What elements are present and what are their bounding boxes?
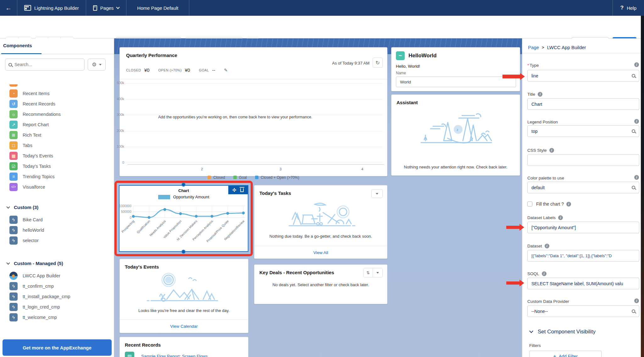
lightning-app-builder: ← Lightning App Builder Pages Home Page …	[0, 0, 644, 357]
fill-chart-checkbox[interactable]	[527, 201, 532, 207]
card-menu-button[interactable]	[371, 189, 383, 198]
todays-events-card[interactable]: Today's Events Looks like you're free an…	[119, 259, 248, 333]
resize-handle-top[interactable]	[181, 183, 186, 187]
legend-position-field[interactable]: top	[527, 125, 639, 137]
annotation-arrow-type	[502, 75, 520, 78]
events-illustration	[145, 272, 223, 304]
y-tick-label: 400k	[113, 97, 124, 101]
sidebar-item-tt-welcome-cmp[interactable]: ϟtt_welcome_cmp	[0, 312, 114, 322]
custom-section-title: Custom (3)	[14, 205, 38, 210]
key-deals-buttons: ⇅	[363, 268, 383, 277]
tab-home-page-default[interactable]: Home Page Default	[126, 0, 189, 16]
view-all-link[interactable]: View All	[254, 250, 387, 255]
info-icon[interactable]: i	[542, 271, 547, 276]
custom-data-provider-field[interactable]: --None--	[527, 305, 639, 317]
assistant-message: Nothing needs your attention right now. …	[391, 165, 520, 169]
recent-records-card[interactable]: Recent Records ▥ Sample Flow Report: Scr…	[119, 337, 248, 357]
info-icon[interactable]: i	[545, 244, 549, 248]
pages-menu[interactable]: Pages	[86, 0, 126, 16]
sidebar-item-tt-login-cred-cmp[interactable]: ϟtt_login_cred_cmp	[0, 302, 114, 312]
css-style-field[interactable]	[527, 154, 639, 166]
gridline	[125, 163, 383, 163]
sidebar-item-helloworld[interactable]: ϟhelloWorld	[0, 225, 114, 235]
breadcrumb: Page > LWCC App Builder	[528, 45, 586, 50]
color-palette-label: Color palette to use	[527, 176, 564, 180]
sidebar-item-trending-topics[interactable]: ≡Trending Topics	[0, 171, 114, 182]
annotation-arrow-dataset-labels	[506, 226, 519, 229]
info-icon[interactable]: i	[566, 202, 571, 207]
sidebar-item-selector[interactable]: ϟselector	[0, 235, 114, 246]
sidebar-item-recommendations[interactable]: ☼Recommendations	[0, 109, 114, 119]
tabs-icon: □	[9, 141, 18, 150]
sidebar-item-tt-confirm-cmp[interactable]: ϟtt_confirm_cmp	[0, 281, 114, 291]
help-button[interactable]: ? Help	[613, 5, 644, 11]
managed-section-header[interactable]: Custom - Managed (5)	[0, 261, 114, 266]
bulb-icon: ☼	[9, 110, 18, 118]
sidebar-item-label: Bike Card	[23, 217, 43, 222]
dataset-labels-field[interactable]: ["Opportunity Amount"]	[527, 222, 639, 233]
chevron-down-icon	[6, 205, 10, 208]
info-icon[interactable]: i	[634, 62, 639, 67]
info-icon[interactable]: i	[558, 215, 563, 220]
gridline	[125, 147, 383, 147]
search-icon	[632, 129, 635, 133]
key-deals-card[interactable]: Key Deals - Recent Opportunities ⇅ No de…	[254, 264, 387, 304]
breadcrumb-page-link[interactable]: Page	[528, 45, 539, 50]
sidebar-item-label: Tabs	[23, 143, 32, 148]
info-icon[interactable]: i	[538, 92, 542, 97]
lwcc-app-builder-icon	[9, 272, 18, 280]
sidebar-item-visualforce[interactable]: </>Visualforce	[0, 182, 114, 192]
trash-icon[interactable]	[240, 188, 244, 192]
title-field[interactable]: Chart	[527, 98, 639, 110]
sidebar-item-report-chart[interactable]: ↗Report Chart	[0, 119, 114, 130]
sidebar-item-tabs[interactable]: □Tabs	[0, 140, 114, 150]
view-calendar-link[interactable]: View Calendar	[120, 324, 248, 329]
info-icon[interactable]: i	[634, 298, 639, 303]
sidebar-item-recent-items[interactable]: ◔Recent Items	[0, 88, 114, 99]
record-link[interactable]: Sample Flow Report: Screen Flows	[141, 354, 208, 357]
sidebar-item-rich-text[interactable]: ≣Rich Text	[0, 130, 114, 140]
move-icon[interactable]: ✜	[232, 187, 236, 193]
back-button[interactable]: ←	[0, 0, 17, 16]
sidebar-item-label: Report Chart	[23, 122, 49, 127]
info-icon[interactable]: i	[634, 175, 639, 180]
sidebar-item-bike-card[interactable]: ϟBike Card	[0, 214, 114, 225]
sidebar-item-recent-records[interactable]: ↺Recent Records	[0, 99, 114, 109]
sidebar-item-today-s-tasks[interactable]: ☑Today's Tasks	[0, 161, 114, 171]
settings-dropdown-button[interactable]: ⚙	[88, 59, 106, 71]
sidebar-item-label: Visualforce	[23, 184, 45, 190]
name-field[interactable]	[396, 76, 516, 87]
helloworld-card[interactable]: ~ HelloWorld Hello, World! Name	[391, 47, 520, 91]
quarterly-performance-card[interactable]: Quarterly Performance As of Today 9:37 A…	[119, 47, 387, 176]
info-icon[interactable]: i	[634, 119, 639, 124]
search-input[interactable]	[14, 62, 74, 67]
appexchange-button[interactable]: Get more on the AppExchange	[3, 339, 112, 356]
resize-handle-bottom[interactable]	[181, 250, 186, 254]
type-field[interactable]: line	[527, 70, 639, 82]
x-tick-label: 2	[201, 167, 203, 171]
color-palette-field[interactable]: default	[527, 182, 639, 193]
sidebar-item-today-s-events[interactable]: ▦Today's Events	[0, 150, 114, 161]
component-search[interactable]	[5, 59, 85, 71]
visibility-section-header[interactable]: Set Component Visibility	[530, 329, 596, 335]
search-icon	[632, 186, 635, 189]
add-filter-button[interactable]: + Add Filter	[529, 351, 602, 357]
chart-component-selected[interactable]: Chart Opportunity Amount 10000005000000P…	[119, 185, 248, 252]
info-icon[interactable]: i	[549, 148, 554, 153]
tab-components[interactable]: Components	[3, 43, 32, 48]
sidebar-item-label: tt_welcome_cmp	[23, 315, 57, 320]
gear-icon: ⚙	[92, 61, 97, 68]
sidebar-item-tt-install-package-cmp[interactable]: ϟtt_install_package_cmp	[0, 291, 114, 302]
todays-tasks-card[interactable]: Today's Tasks Nothing due today. Be a go…	[254, 185, 387, 259]
custom-data-provider-label: Custom Data Provider	[527, 299, 569, 304]
checklist-icon: ☑	[9, 162, 18, 170]
dataset-field[interactable]: [{"labels":"Data 1", "detail":[1, 1]},{"…	[527, 250, 639, 262]
assistant-card[interactable]: Assistant z Nothing needs your attention…	[391, 94, 520, 176]
app-title-group: Lightning App Builder	[17, 0, 86, 16]
menu-button[interactable]	[373, 268, 382, 277]
sort-icon[interactable]: ⇅	[364, 268, 373, 277]
custom-section-header[interactable]: Custom (3)	[0, 205, 114, 210]
legend-label: Goal	[239, 175, 247, 180]
soql-field[interactable]: SELECT StageName label, SUM(Amount) valu	[527, 278, 639, 289]
sidebar-item-lwcc-app-builder[interactable]: LWCC App Builder	[0, 270, 114, 281]
